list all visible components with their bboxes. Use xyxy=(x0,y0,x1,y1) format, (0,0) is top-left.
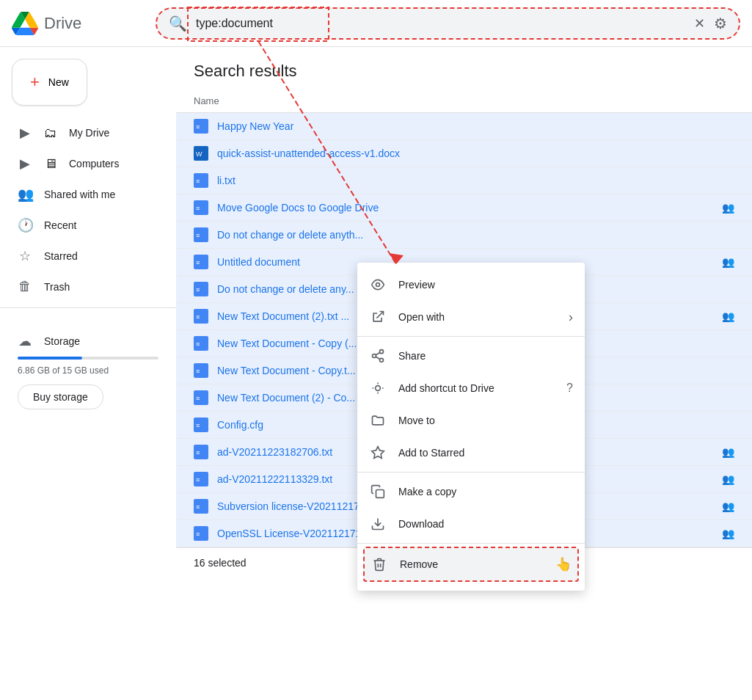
svg-text:≡: ≡ xyxy=(196,205,200,212)
doc-icon: ≡ xyxy=(194,282,208,296)
move-to-label: Move to xyxy=(398,415,573,426)
remove-label: Remove xyxy=(400,558,538,570)
add-shortcut-icon xyxy=(369,379,387,397)
menu-item-make-copy[interactable]: Make a copy xyxy=(357,475,585,508)
file-name: Happy New Year xyxy=(217,120,734,132)
file-name: li.txt xyxy=(217,175,734,186)
menu-item-preview[interactable]: Preview xyxy=(357,269,585,301)
doc-icon: ≡ xyxy=(194,526,208,541)
sidebar-item-starred[interactable]: ☆ Starred xyxy=(0,241,164,271)
computers-label: Computers xyxy=(69,158,119,169)
new-button-label: New xyxy=(48,76,69,88)
doc-icon: ≡ xyxy=(194,499,208,514)
open-with-icon xyxy=(369,308,387,326)
menu-item-open-with[interactable]: Open with › xyxy=(357,301,585,333)
shared-icon: 👥 xyxy=(722,500,734,512)
shared-icon: 👥 xyxy=(722,473,734,485)
buy-storage-button[interactable]: Buy storage xyxy=(18,384,103,409)
menu-item-move-to[interactable]: Move to xyxy=(357,404,585,437)
search-clear-icon[interactable]: ✕ xyxy=(694,15,705,32)
doc-icon: ≡ xyxy=(194,418,208,432)
search-bar[interactable]: 🔍 ✕ ⚙ xyxy=(156,7,740,40)
svg-text:≡: ≡ xyxy=(196,476,200,484)
svg-text:≡: ≡ xyxy=(196,449,200,456)
sidebar-item-recent[interactable]: 🕐 Recent xyxy=(0,210,164,241)
shared-icon: 👥 xyxy=(722,310,734,322)
star-icon xyxy=(369,444,387,462)
computers-expand-icon: ▶ xyxy=(18,156,32,172)
doc-icon: ≡ xyxy=(194,336,208,351)
sidebar-item-computers[interactable]: ▶ 🖥 Computers xyxy=(0,148,164,179)
svg-text:W: W xyxy=(196,150,202,158)
my-drive-label: My Drive xyxy=(69,127,109,139)
recent-icon: 🕐 xyxy=(18,217,32,233)
add-shortcut-label: Add shortcut to Drive xyxy=(398,382,555,394)
svg-line-38 xyxy=(376,352,380,354)
sidebar-item-trash[interactable]: 🗑 Trash xyxy=(0,271,164,302)
open-with-arrow-icon: › xyxy=(569,310,573,325)
new-plus-icon: + xyxy=(30,73,40,92)
menu-item-add-starred[interactable]: Add to Starred xyxy=(357,437,585,469)
selected-count: 16 selected xyxy=(194,557,247,569)
shared-label: Shared with me xyxy=(44,189,115,200)
svg-text:≡: ≡ xyxy=(196,259,200,266)
storage-bar-background xyxy=(18,357,158,360)
table-row[interactable]: W quick-assist-unattended-access-v1.docx xyxy=(176,140,752,167)
file-name: quick-assist-unattended-access-v1.docx xyxy=(217,147,734,159)
svg-point-39 xyxy=(376,386,381,391)
svg-text:≡: ≡ xyxy=(196,178,200,185)
menu-item-add-shortcut[interactable]: Add shortcut to Drive ? xyxy=(357,372,585,404)
sidebar-item-my-drive[interactable]: ▶ 🗂 My Drive xyxy=(0,117,164,148)
doc-icon: ≡ xyxy=(194,255,208,269)
svg-text:≡: ≡ xyxy=(196,503,200,511)
search-input[interactable] xyxy=(196,17,685,30)
word-icon: W xyxy=(194,146,208,161)
menu-item-share[interactable]: Share xyxy=(357,340,585,372)
svg-line-37 xyxy=(376,357,380,359)
search-icon: 🔍 xyxy=(169,15,187,32)
menu-item-download[interactable]: Download xyxy=(357,508,585,540)
doc-icon: ≡ xyxy=(194,445,208,459)
sidebar-item-shared[interactable]: 👥 Shared with me xyxy=(0,179,164,210)
make-copy-icon xyxy=(369,483,387,500)
shared-icon: 👥 xyxy=(722,446,734,458)
make-copy-label: Make a copy xyxy=(398,486,573,497)
column-header-name: Name xyxy=(176,90,752,113)
svg-text:≡: ≡ xyxy=(196,286,200,294)
my-drive-icon: ▶ xyxy=(18,125,32,141)
table-row[interactable]: ≡ Do not change or delete anyth... xyxy=(176,222,752,249)
starred-label: Starred xyxy=(44,250,78,262)
svg-text:≡: ≡ xyxy=(196,232,200,239)
storage-label: Storage xyxy=(44,335,80,347)
move-to-icon xyxy=(369,412,387,429)
shared-icon: 👥 xyxy=(722,202,734,214)
table-row[interactable]: ≡ Move Google Docs to Google Drive 👥 xyxy=(176,194,752,222)
search-filter-icon[interactable]: ⚙ xyxy=(714,15,727,32)
add-starred-label: Add to Starred xyxy=(398,447,573,459)
menu-divider-2 xyxy=(357,472,585,473)
open-with-label: Open with xyxy=(398,311,557,323)
share-icon xyxy=(369,347,387,365)
svg-text:≡: ≡ xyxy=(196,531,200,538)
trash-icon: 🗑 xyxy=(18,279,32,294)
svg-text:≡: ≡ xyxy=(196,123,200,131)
svg-marker-40 xyxy=(372,447,384,459)
help-icon: ? xyxy=(566,382,573,395)
svg-point-36 xyxy=(380,358,384,362)
svg-text:≡: ≡ xyxy=(196,395,200,402)
my-drive-folder-icon: 🗂 xyxy=(44,125,57,141)
storage-item: ☁ Storage xyxy=(18,326,158,357)
shared-icon: 👥 xyxy=(722,256,734,268)
table-row[interactable]: ≡ li.txt xyxy=(176,167,752,194)
svg-text:≡: ≡ xyxy=(196,313,200,321)
table-row[interactable]: ≡ Happy New Year xyxy=(176,113,752,140)
trash-label: Trash xyxy=(44,281,70,293)
recent-label: Recent xyxy=(44,219,76,231)
menu-item-remove[interactable]: Remove 👆 xyxy=(363,547,579,582)
storage-section: ☁ Storage 6.86 GB of 15 GB used Buy stor… xyxy=(0,314,176,421)
new-button[interactable]: + New xyxy=(12,59,87,106)
doc-icon: ≡ xyxy=(194,200,208,215)
svg-point-34 xyxy=(380,350,384,354)
drive-logo-icon xyxy=(12,10,38,37)
doc-icon: ≡ xyxy=(194,472,208,486)
